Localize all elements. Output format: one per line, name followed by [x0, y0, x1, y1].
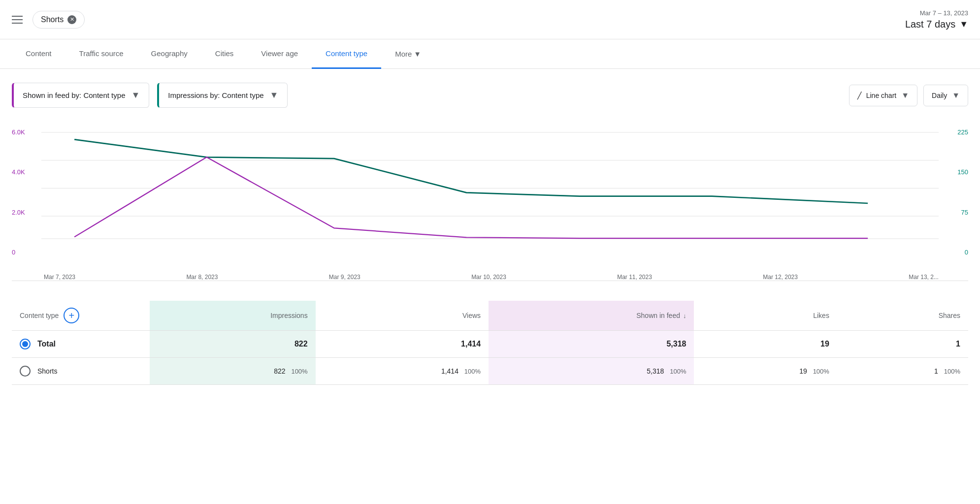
- col-header-views: Views: [316, 301, 489, 331]
- selector-shown-in-feed-arrow: ▼: [131, 90, 140, 100]
- col-header-likes: Likes: [694, 301, 837, 331]
- shorts-shown-pct: 100%: [670, 368, 686, 375]
- tab-content-type[interactable]: Content type: [312, 39, 381, 69]
- shorts-impressions-pct: 100%: [291, 368, 307, 375]
- col-header-impressions: Impressions: [150, 301, 316, 331]
- col-header-content-type: Content type +: [12, 301, 150, 331]
- table-row-total[interactable]: Total 822 1,414 5,318 19 1: [12, 331, 968, 358]
- table-row-shorts[interactable]: Shorts 822 100% 1,414 100% 5,318 100% 19: [12, 358, 968, 385]
- date-range-value-row: Last 7 days ▼: [905, 19, 968, 30]
- selector-impressions[interactable]: Impressions by: Content type ▼: [157, 83, 288, 108]
- shorts-radio[interactable]: [20, 366, 31, 377]
- main-content: Shown in feed by: Content type ▼ Impress…: [0, 69, 980, 399]
- shorts-likes-pct: 100%: [813, 368, 829, 375]
- col-header-shown-in-feed: Shown in feed ↓: [489, 301, 694, 331]
- nav-tabs: Content Traffic source Geography Cities …: [0, 39, 980, 69]
- tab-traffic-source[interactable]: Traffic source: [65, 39, 137, 69]
- filter-chip[interactable]: Shorts ✕: [33, 11, 85, 29]
- chart-container: 6.0K 4.0K 2.0K 0 225 150 75 0: [12, 124, 968, 281]
- teal-line: [74, 139, 868, 203]
- shorts-impressions-cell: 822 100%: [150, 358, 316, 385]
- hamburger-icon[interactable]: [12, 16, 23, 24]
- total-radio[interactable]: [20, 339, 31, 349]
- selector-shown-in-feed[interactable]: Shown in feed by: Content type ▼: [12, 83, 149, 108]
- selector-chart-type[interactable]: ╱ Line chart ▼: [849, 85, 917, 106]
- top-bar-right[interactable]: Mar 7 – 13, 2023 Last 7 days ▼: [905, 9, 968, 30]
- total-shown-in-feed-cell: 5,318: [489, 331, 694, 358]
- sort-arrow-shown-in-feed[interactable]: ↓: [683, 312, 686, 319]
- date-range-dropdown-icon: ▼: [959, 19, 968, 30]
- total-shares-cell: 1: [837, 331, 968, 358]
- tab-more[interactable]: More ▼: [381, 40, 435, 68]
- date-range-value: Last 7 days: [905, 19, 955, 30]
- shorts-likes-cell: 19 100%: [694, 358, 837, 385]
- selector-impressions-arrow: ▼: [270, 90, 279, 100]
- more-dropdown-icon: ▼: [414, 50, 421, 58]
- top-bar: Shorts ✕ Mar 7 – 13, 2023 Last 7 days ▼: [0, 0, 980, 39]
- shorts-shown-in-feed-cell: 5,318 100%: [489, 358, 694, 385]
- date-range-label: Mar 7 – 13, 2023: [920, 9, 968, 17]
- line-chart-icon: ╱: [857, 92, 861, 99]
- filter-chip-label: Shorts: [41, 15, 64, 24]
- selectors-row: Shown in feed by: Content type ▼ Impress…: [12, 83, 968, 108]
- total-views-cell: 1,414: [316, 331, 489, 358]
- chart-svg: [12, 124, 968, 281]
- shorts-shares-cell: 1 100%: [837, 358, 968, 385]
- add-column-button[interactable]: +: [64, 308, 79, 323]
- data-table: Content type + Impressions Views Shown i…: [12, 301, 968, 385]
- selector-frequency[interactable]: Daily ▼: [923, 85, 968, 106]
- right-dropdowns: ╱ Line chart ▼ Daily ▼: [849, 85, 968, 106]
- table-header-row: Content type + Impressions Views Shown i…: [12, 301, 968, 331]
- col-header-shares: Shares: [837, 301, 968, 331]
- frequency-arrow: ▼: [952, 91, 960, 100]
- total-impressions-cell: 822: [150, 331, 316, 358]
- tab-cities[interactable]: Cities: [201, 39, 248, 69]
- tab-geography[interactable]: Geography: [137, 39, 201, 69]
- shorts-views-cell: 1,414 100%: [316, 358, 489, 385]
- tab-viewer-age[interactable]: Viewer age: [247, 39, 312, 69]
- shorts-content-type-cell: Shorts: [12, 358, 150, 385]
- total-content-type-cell: Total: [12, 331, 150, 358]
- total-likes-cell: 19: [694, 331, 837, 358]
- filter-chip-close[interactable]: ✕: [67, 15, 76, 24]
- shorts-views-pct: 100%: [464, 368, 481, 375]
- shorts-shares-pct: 100%: [944, 368, 960, 375]
- chart-type-arrow: ▼: [901, 91, 909, 100]
- top-bar-left: Shorts ✕: [12, 11, 85, 29]
- tab-content[interactable]: Content: [12, 39, 65, 69]
